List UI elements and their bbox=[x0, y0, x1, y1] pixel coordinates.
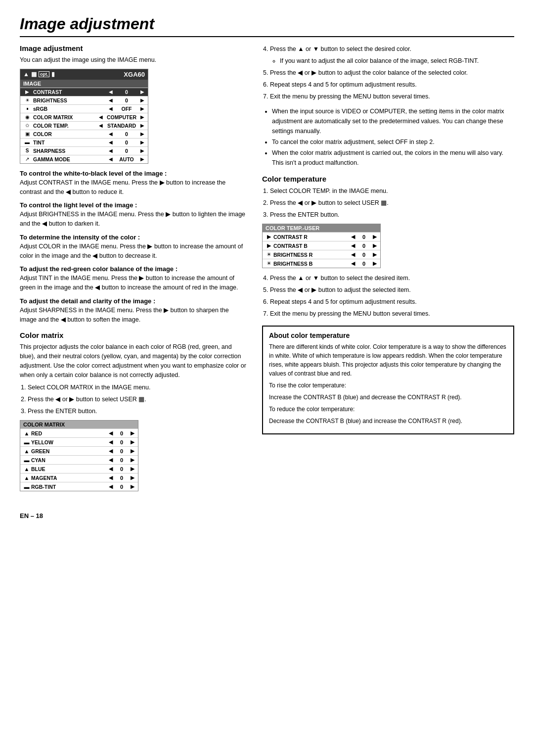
tint-label: TINT bbox=[32, 140, 107, 145]
contrast-b-arrow-left[interactable]: ◀ bbox=[350, 242, 356, 249]
ct-step-2: Press the ◀ or ▶ button to select USER ▦… bbox=[270, 198, 514, 208]
yellow-arrow-right[interactable]: ▶ bbox=[129, 439, 136, 445]
cyan-arrow-right[interactable]: ▶ bbox=[129, 457, 136, 463]
color-temp-section: Color temperature Select COLOR TEMP. in … bbox=[262, 175, 514, 319]
rgb-tint-arrow-left[interactable]: ◀ bbox=[107, 483, 114, 490]
color-arrow-right[interactable]: ▶ bbox=[139, 131, 146, 137]
yellow-value: 0 bbox=[114, 439, 129, 445]
blue-arrow-right[interactable]: ▶ bbox=[129, 466, 136, 472]
brightness-b-label: BRIGHTNESS B bbox=[273, 261, 350, 267]
brightness-b-arrow-right[interactable]: ▶ bbox=[371, 260, 378, 267]
color-matrix-row-cyan[interactable]: ▬ CYAN ◀ 0 ▶ bbox=[20, 455, 138, 464]
color-matrix-row-blue[interactable]: ▲ BLUE ◀ 0 ▶ bbox=[20, 464, 138, 473]
color-matrix-row-rgb-tint[interactable]: ▬ RGB-TINT ◀ 0 ▶ bbox=[20, 482, 138, 491]
color-matrix-label: COLOR MATRIX bbox=[32, 114, 97, 120]
magenta-arrow-right[interactable]: ▶ bbox=[129, 474, 136, 481]
menu-row-srgb[interactable]: ∎ sRGB ◀ OFF ▶ bbox=[20, 104, 148, 113]
red-arrow-left[interactable]: ◀ bbox=[107, 430, 114, 436]
subsection-color-intensity-body: Adjust COLOR in the IMAGE menu. Press th… bbox=[20, 242, 247, 261]
cm-step-4-bullet-1: If you want to adjust the all color bala… bbox=[280, 56, 514, 66]
color-value: 0 bbox=[114, 131, 139, 137]
contrast-b-arrow-right[interactable]: ▶ bbox=[371, 242, 378, 249]
left-column: Image adjustment You can adjust the imag… bbox=[20, 44, 247, 496]
magenta-arrow-left[interactable]: ◀ bbox=[107, 474, 114, 481]
color-matrix-step-1: Select COLOR MATRIX in the IMAGE menu. bbox=[28, 382, 247, 392]
rgb-tint-arrow-right[interactable]: ▶ bbox=[129, 483, 136, 490]
green-arrow-right[interactable]: ▶ bbox=[129, 448, 136, 454]
tint-arrow-right[interactable]: ▶ bbox=[139, 140, 146, 145]
menu-row-color[interactable]: ▣ COLOR ◀ 0 ▶ bbox=[20, 130, 148, 138]
color-temp-steps-after: Press the ▲ or ▼ button to select the de… bbox=[270, 273, 514, 319]
color-matrix-section: Color matrix This projector adjusts the … bbox=[20, 331, 247, 491]
ct-row-contrast-b[interactable]: ▶ CONTRAST B ◀ 0 ▶ bbox=[263, 241, 380, 250]
contrast-r-arrow-left[interactable]: ◀ bbox=[350, 234, 356, 240]
image-adjustment-heading: Image adjustment bbox=[20, 44, 247, 52]
sharpness-arrow-right[interactable]: ▶ bbox=[139, 148, 146, 153]
color-temp-arrow-left[interactable]: ◀ bbox=[97, 123, 104, 128]
tint-arrow-left[interactable]: ◀ bbox=[107, 140, 114, 145]
color-temp-table: COLOR TEMP.-USER ▶ CONTRAST R ◀ 0 ▶ ▶ CO… bbox=[262, 224, 381, 268]
contrast-arrow-right[interactable]: ▶ bbox=[139, 89, 146, 94]
sharpness-value: 0 bbox=[114, 148, 139, 154]
menu-row-sharpness[interactable]: S SHARPNESS ◀ 0 ▶ bbox=[20, 146, 148, 155]
sharpness-arrow-left[interactable]: ◀ bbox=[107, 148, 114, 153]
contrast-arrow-left[interactable]: ◀ bbox=[107, 89, 114, 94]
menu-row-color-temp[interactable]: ✩ COLOR TEMP. ◀ STANDARD ▶ bbox=[20, 121, 148, 130]
brightness-r-icon: ☀ bbox=[265, 251, 273, 258]
red-icon: ▲ bbox=[22, 430, 31, 436]
tint-icon: ▬ bbox=[22, 140, 32, 145]
contrast-icon: ▶ bbox=[22, 89, 32, 94]
green-arrow-left[interactable]: ◀ bbox=[107, 448, 114, 454]
menu-row-gamma[interactable]: ↗ GAMMA MODE ◀ AUTO ▶ bbox=[20, 155, 148, 163]
subsection-detail-heading: To adjust the detail and clarity of the … bbox=[20, 297, 247, 305]
icon-monitor: ▮ bbox=[51, 71, 55, 78]
about-color-temp-box: About color temperature There are differ… bbox=[262, 326, 514, 434]
about-color-temp-body-1: There are different kinds of white color… bbox=[269, 342, 507, 378]
ct-step-7: Exit the menu by pressing the MENU butto… bbox=[270, 309, 514, 319]
color-matrix-row-green[interactable]: ▲ GREEN ◀ 0 ▶ bbox=[20, 446, 138, 455]
color-matrix-body: This projector adjusts the color balance… bbox=[20, 342, 247, 379]
color-matrix-table: COLOR MATRIX ▲ RED ◀ 0 ▶ ▬ YELLOW ◀ 0 ▶ … bbox=[20, 420, 138, 491]
cm-step-5: Press the ◀ or ▶ button to adjust the co… bbox=[270, 68, 514, 78]
ct-row-brightness-r[interactable]: ☀ BRIGHTNESS R ◀ 0 ▶ bbox=[263, 250, 380, 259]
srgb-arrow-right[interactable]: ▶ bbox=[139, 106, 146, 111]
subsection-red-green-body: Adjust TINT in the IMAGE menu. Press the… bbox=[20, 274, 247, 292]
menu-row-color-matrix[interactable]: ◉ COLOR MATRIX ◀ COMPUTER ▶ bbox=[20, 113, 148, 121]
color-matrix-row-yellow[interactable]: ▬ YELLOW ◀ 0 ▶ bbox=[20, 437, 138, 446]
brightness-icon: ☀ bbox=[22, 97, 32, 103]
brightness-arrow-left[interactable]: ◀ bbox=[107, 97, 114, 103]
color-matrix-row-red[interactable]: ▲ RED ◀ 0 ▶ bbox=[20, 428, 138, 437]
gamma-arrow-left[interactable]: ◀ bbox=[107, 156, 114, 162]
gamma-arrow-right[interactable]: ▶ bbox=[139, 156, 146, 162]
page-number: EN – 18 bbox=[20, 511, 514, 521]
menu-row-tint[interactable]: ▬ TINT ◀ 0 ▶ bbox=[20, 138, 148, 146]
ct-step-1: Select COLOR TEMP. in the IMAGE menu. bbox=[270, 186, 514, 196]
menu-row-brightness[interactable]: ☀ BRIGHTNESS ◀ 0 ▶ bbox=[20, 96, 148, 104]
blue-arrow-left[interactable]: ◀ bbox=[107, 466, 114, 472]
cyan-arrow-left[interactable]: ◀ bbox=[107, 457, 114, 463]
red-arrow-right[interactable]: ▶ bbox=[129, 430, 136, 436]
color-matrix-arrow-right[interactable]: ▶ bbox=[139, 114, 146, 120]
srgb-arrow-left[interactable]: ◀ bbox=[107, 106, 114, 111]
ct-row-contrast-r[interactable]: ▶ CONTRAST R ◀ 0 ▶ bbox=[263, 232, 380, 241]
color-temp-label: COLOR TEMP. bbox=[32, 123, 97, 129]
ct-row-brightness-b[interactable]: ☀ BRIGHTNESS B ◀ 0 ▶ bbox=[263, 259, 380, 268]
color-matrix-row-magenta[interactable]: ▲ MAGENTA ◀ 0 ▶ bbox=[20, 473, 138, 482]
color-matrix-arrow-left[interactable]: ◀ bbox=[97, 114, 104, 120]
brightness-b-arrow-left[interactable]: ◀ bbox=[350, 260, 356, 267]
color-temp-arrow-right[interactable]: ▶ bbox=[139, 123, 146, 128]
contrast-b-value: 0 bbox=[356, 243, 371, 249]
cm-step-4: Press the ▲ or ▼ button to select the de… bbox=[270, 44, 514, 66]
color-arrow-left[interactable]: ◀ bbox=[107, 131, 114, 137]
cm-step-6: Repeat steps 4 and 5 for optimum adjustm… bbox=[270, 80, 514, 90]
yellow-arrow-left[interactable]: ◀ bbox=[107, 439, 114, 445]
contrast-r-arrow-right[interactable]: ▶ bbox=[371, 234, 378, 240]
brightness-b-value: 0 bbox=[356, 261, 371, 267]
brightness-r-arrow-right[interactable]: ▶ bbox=[371, 251, 378, 258]
brightness-r-arrow-left[interactable]: ◀ bbox=[350, 251, 356, 258]
menu-row-contrast[interactable]: ▶ CONTRAST ◀ 0 ▶ bbox=[20, 88, 148, 96]
subsection-light-level-body: Adjust BRIGHTNESS in the IMAGE menu. Pre… bbox=[20, 210, 247, 229]
brightness-value: 0 bbox=[114, 97, 139, 103]
cm-bullet-2: To cancel the color matrix adjustment, s… bbox=[272, 137, 514, 147]
brightness-arrow-right[interactable]: ▶ bbox=[139, 97, 146, 103]
